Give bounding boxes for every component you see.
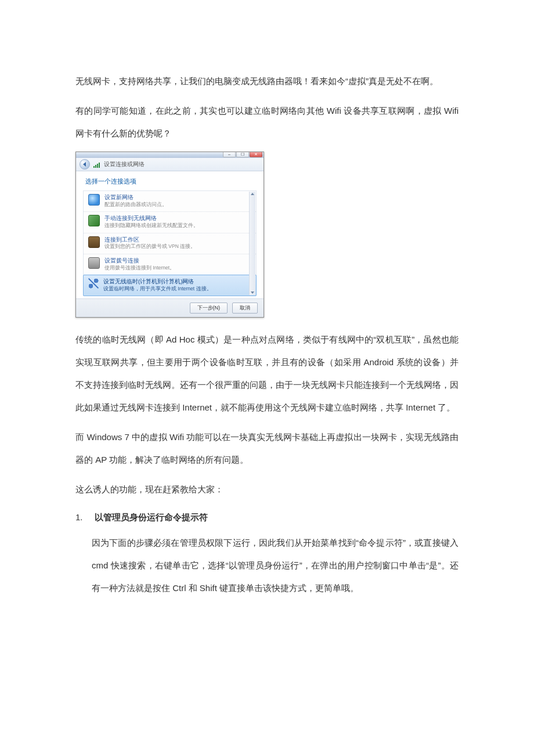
minimize-button[interactable]: – [223, 152, 236, 157]
option-title: 设置新网络 [104, 194, 167, 201]
paragraph-2: 有的同学可能知道，在此之前，其实也可以建立临时网络向其他 Wifi 设备共享互联… [75, 99, 459, 145]
maximize-button[interactable]: ☐ [236, 152, 249, 157]
option-title: 设置无线临时(计算机到计算机)网络 [103, 278, 212, 286]
wizard-dialog: – ☐ ✕ 设置连接或网络 选择一个连接选项 设置新网络 [75, 152, 264, 318]
step-1-heading: 1. 以管理员身份运行命令提示符 [75, 512, 459, 523]
phone-icon [88, 257, 100, 269]
wizard-footer: 下一步(N) 取消 [76, 298, 264, 317]
option-manual-wireless[interactable]: 手动连接到无线网络 连接到隐藏网络或创建新无线配置文件。 [84, 212, 256, 233]
breadcrumb-bar: 设置连接或网络 [76, 158, 264, 171]
paragraph-5: 这么诱人的功能，现在赶紧教给大家： [75, 478, 459, 501]
paragraph-1: 无线网卡，支持网络共享，让我们的电脑变成无线路由器哦！看来如今“虚拟”真是无处不… [75, 70, 459, 92]
option-subtitle: 设置到您的工作区的拨号或 VPN 连接。 [104, 243, 196, 250]
breadcrumb-text: 设置连接或网络 [104, 160, 145, 168]
scrollbar[interactable] [249, 192, 255, 295]
option-connect-workplace[interactable]: 连接到工作区 设置到您的工作区的拨号或 VPN 连接。 [84, 233, 256, 254]
option-title: 连接到工作区 [104, 236, 196, 244]
briefcase-icon [88, 236, 100, 248]
adhoc-icon [88, 278, 99, 289]
option-adhoc-selected[interactable]: 设置无线临时(计算机到计算机)网络 设置临时网络，用于共享文件或 Interne… [83, 275, 257, 296]
globe-icon [88, 194, 100, 206]
option-subtitle: 使用拨号连接连接到 Internet。 [104, 265, 175, 271]
next-button[interactable]: 下一步(N) [190, 303, 228, 314]
option-setup-new-network[interactable]: 设置新网络 配置新的路由器或访问点。 [84, 191, 256, 212]
window-titlebar: – ☐ ✕ [76, 152, 264, 158]
step-1-body: 因为下面的步骤必须在管理员权限下运行，因此我们从开始菜单找到“命令提示符”，或直… [75, 531, 459, 599]
back-icon[interactable] [80, 159, 90, 170]
network-icon [93, 161, 100, 168]
option-dialup[interactable]: 设置拨号连接 使用拨号连接连接到 Internet。 [84, 254, 256, 275]
option-subtitle: 设置临时网络，用于共享文件或 Internet 连接。 [103, 286, 212, 292]
option-list: 设置新网络 配置新的路由器或访问点。 手动连接到无线网络 连接到隐藏网络或创建新… [83, 190, 257, 296]
wifi-icon [88, 215, 100, 226]
option-subtitle: 配置新的路由器或访问点。 [104, 201, 167, 208]
step-title: 以管理员身份运行命令提示符 [95, 512, 208, 522]
option-title: 手动连接到无线网络 [104, 215, 199, 222]
option-title: 设置拨号连接 [104, 257, 175, 265]
embedded-screenshot: – ☐ ✕ 设置连接或网络 选择一个连接选项 设置新网络 [75, 152, 264, 318]
step-number: 1. [75, 512, 83, 522]
close-button[interactable]: ✕ [250, 152, 262, 157]
cancel-button[interactable]: 取消 [232, 303, 258, 314]
option-subtitle: 连接到隐藏网络或创建新无线配置文件。 [104, 222, 199, 229]
wizard-heading: 选择一个连接选项 [76, 177, 264, 190]
paragraph-4: 而 Windows 7 中的虚拟 Wifi 功能可以在一块真实无线网卡基础上再虚… [75, 426, 459, 471]
paragraph-3: 传统的临时无线网（即 Ad Hoc 模式）是一种点对点网络，类似于有线网中的“双… [75, 328, 459, 419]
